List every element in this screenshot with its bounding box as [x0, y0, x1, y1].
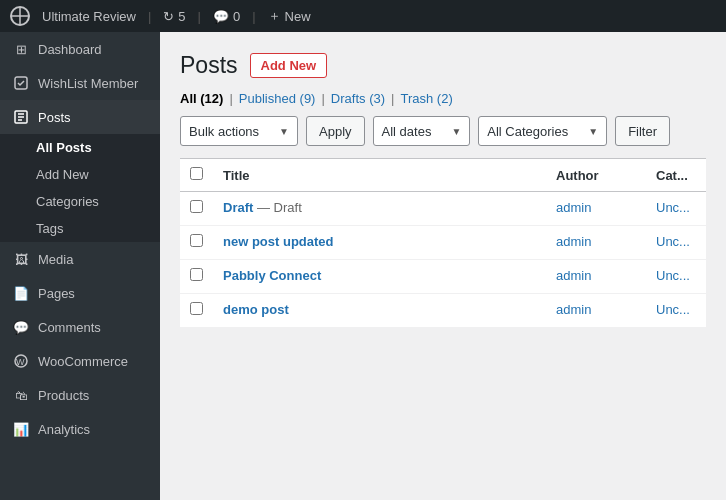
sidebar-submenu-categories[interactable]: Categories: [0, 188, 160, 215]
sidebar-item-woocommerce[interactable]: W WooCommerce: [0, 344, 160, 378]
sidebar-label-wishlist: WishList Member: [38, 76, 138, 91]
sidebar: ⊞ Dashboard WishList Member Posts All Po…: [0, 32, 160, 500]
sidebar-label-products: Products: [38, 388, 89, 403]
sidebar-item-dashboard[interactable]: ⊞ Dashboard: [0, 32, 160, 66]
comments-count: 0: [233, 9, 240, 24]
sidebar-label-posts: Posts: [38, 110, 71, 125]
products-icon: 🛍: [12, 386, 30, 404]
post-author-link[interactable]: admin: [556, 234, 591, 249]
wordpress-logo-icon: [10, 6, 30, 26]
admin-bar-sep-1: |: [148, 9, 151, 24]
posts-subnav: All (12) | Published (9) | Drafts (3) | …: [180, 91, 706, 106]
row-title-cell: Draft — Draft Edit | Quick Edit | Trash …: [213, 192, 546, 226]
th-title[interactable]: Title: [213, 159, 546, 192]
select-all-checkbox[interactable]: [190, 167, 203, 180]
add-new-button[interactable]: Add New: [250, 53, 328, 78]
plus-icon: ＋: [268, 7, 281, 25]
subnav-sep-1: |: [223, 91, 238, 106]
row-category-cell: Unc...: [646, 192, 706, 226]
subnav-trash[interactable]: Trash (2): [400, 91, 452, 106]
subnav-drafts[interactable]: Drafts (3): [331, 91, 385, 106]
row-checkbox[interactable]: [190, 234, 203, 247]
posts-submenu: All Posts Add New Categories Tags: [0, 134, 160, 242]
subnav-all[interactable]: All (12): [180, 91, 223, 106]
post-title-link[interactable]: Draft — Draft: [223, 200, 536, 215]
filter-button[interactable]: Filter: [615, 116, 670, 146]
row-checkbox-cell: [180, 192, 213, 226]
post-author-link[interactable]: admin: [556, 268, 591, 283]
post-title-text: Pabbly Connect: [223, 268, 321, 283]
sidebar-item-comments[interactable]: 💬 Comments: [0, 310, 160, 344]
subnav-drafts-label: Drafts: [331, 91, 366, 106]
post-category-link[interactable]: Unc...: [656, 268, 690, 283]
subnav-published[interactable]: Published (9): [239, 91, 316, 106]
row-category-cell: Unc...: [646, 226, 706, 260]
th-checkbox: [180, 159, 213, 192]
bulk-actions-arrow-icon: ▼: [279, 126, 289, 137]
row-checkbox[interactable]: [190, 268, 203, 281]
apply-button[interactable]: Apply: [306, 116, 365, 146]
post-author-link[interactable]: admin: [556, 200, 591, 215]
sidebar-label-media: Media: [38, 252, 73, 267]
sidebar-label-analytics: Analytics: [38, 422, 90, 437]
post-title-text: demo post: [223, 302, 289, 317]
row-checkbox-cell: [180, 260, 213, 294]
dates-select[interactable]: All dates ▼: [373, 116, 471, 146]
sidebar-item-products[interactable]: 🛍 Products: [0, 378, 160, 412]
post-title-link[interactable]: new post updated: [223, 234, 536, 249]
row-author-cell: admin: [546, 226, 646, 260]
th-categories[interactable]: Cat...: [646, 159, 706, 192]
updates-count: 5: [178, 9, 185, 24]
row-author-cell: admin: [546, 192, 646, 226]
page-header: Posts Add New: [180, 52, 706, 79]
row-title-cell: new post updated Edit | Quick Edit | Tra…: [213, 226, 546, 260]
dates-label: All dates: [382, 124, 432, 139]
new-label: New: [285, 9, 311, 24]
sidebar-item-pages[interactable]: 📄 Pages: [0, 276, 160, 310]
row-checkbox[interactable]: [190, 302, 203, 315]
woo-icon: W: [12, 352, 30, 370]
sidebar-item-media[interactable]: 🖼 Media: [0, 242, 160, 276]
post-category-link[interactable]: Unc...: [656, 234, 690, 249]
site-name[interactable]: Ultimate Review: [42, 9, 136, 24]
row-category-cell: Unc...: [646, 260, 706, 294]
sidebar-label-woocommerce: WooCommerce: [38, 354, 128, 369]
dashboard-icon: ⊞: [12, 40, 30, 58]
posts-toolbar: Bulk actions ▼ Apply All dates ▼ All Cat…: [180, 116, 706, 146]
new-item[interactable]: ＋ New: [268, 7, 311, 25]
comments-sidebar-icon: 💬: [12, 318, 30, 336]
admin-bar: Ultimate Review | ↻ 5 | 💬 0 | ＋ New: [0, 0, 726, 32]
table-row: Draft — Draft Edit | Quick Edit | Trash …: [180, 192, 706, 226]
row-checkbox[interactable]: [190, 200, 203, 213]
dates-arrow-icon: ▼: [451, 126, 461, 137]
sidebar-item-posts[interactable]: Posts: [0, 100, 160, 134]
table-row: new post updated Edit | Quick Edit | Tra…: [180, 226, 706, 260]
post-category-link[interactable]: Unc...: [656, 200, 690, 215]
sidebar-submenu-add-new[interactable]: Add New: [0, 161, 160, 188]
subnav-sep-2: |: [315, 91, 330, 106]
sidebar-item-analytics[interactable]: 📊 Analytics: [0, 412, 160, 446]
comments-item[interactable]: 💬 0: [213, 9, 240, 24]
post-title-link[interactable]: demo post: [223, 302, 536, 317]
sidebar-submenu-tags[interactable]: Tags: [0, 215, 160, 242]
sidebar-item-wishlist[interactable]: WishList Member: [0, 66, 160, 100]
bulk-actions-label: Bulk actions: [189, 124, 259, 139]
row-author-cell: admin: [546, 260, 646, 294]
table-row: Pabbly Connect Edit | Quick Edit | Trash…: [180, 260, 706, 294]
post-draft-label: — Draft: [257, 200, 302, 215]
sidebar-label-dashboard: Dashboard: [38, 42, 102, 57]
subnav-trash-label: Trash: [400, 91, 433, 106]
categories-select[interactable]: All Categories ▼: [478, 116, 607, 146]
pages-icon: 📄: [12, 284, 30, 302]
bulk-actions-select[interactable]: Bulk actions ▼: [180, 116, 298, 146]
row-title-cell: Pabbly Connect Edit | Quick Edit | Trash…: [213, 260, 546, 294]
updates-item[interactable]: ↻ 5: [163, 9, 185, 24]
post-title-text: Draft: [223, 200, 253, 215]
post-title-link[interactable]: Pabbly Connect: [223, 268, 536, 283]
th-author[interactable]: Author: [546, 159, 646, 192]
row-checkbox-cell: [180, 294, 213, 328]
sidebar-submenu-all-posts[interactable]: All Posts: [0, 134, 160, 161]
post-author-link[interactable]: admin: [556, 302, 591, 317]
post-category-link[interactable]: Unc...: [656, 302, 690, 317]
wishlist-icon: [12, 74, 30, 92]
